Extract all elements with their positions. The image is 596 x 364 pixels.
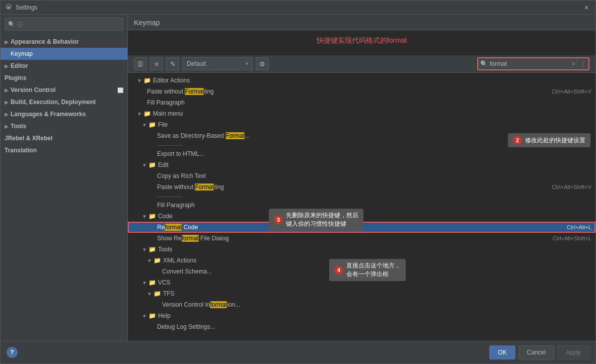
content-area: 🔍 ▶ Appearance & Behavior Keymap ▶ Edito… [1,15,595,341]
keymap-dropdown[interactable]: Default [182,57,253,70]
sidebar-item-label: Editor [11,62,28,69]
sidebar-item-appearance[interactable]: ▶ Appearance & Behavior [1,36,127,48]
keymap-search-input[interactable] [490,60,570,67]
main-title: Keymap [134,19,160,27]
tree-item-export-html[interactable]: Export to HTML... [128,148,595,159]
tree-item-vcs-info[interactable]: Version Control Information... [128,299,595,310]
tree-group-code[interactable]: ▼ 📁 Code [128,211,595,222]
collapse-icon-btn[interactable]: ≡ [150,57,163,70]
tree-group-tools[interactable]: ▼ 📁 Tools [128,244,595,255]
shortcut-label: Ctrl+Alt+L [567,224,591,230]
separator-1: -------------- [128,141,595,148]
help-button[interactable]: ? [7,347,18,358]
tree-item-label: Tools [158,246,172,253]
tree-item-copy-rich[interactable]: Copy as Rich Text [128,170,595,181]
tree-item-save-format[interactable]: Save as Directory-Based Format... [128,130,595,141]
shortcut-label: Ctrl+Alt+Shift+L [553,235,591,241]
sidebar-item-tools[interactable]: ▶ Tools [1,120,127,132]
chevron-down-icon[interactable]: ▼ [142,122,147,128]
align-icon-btn[interactable]: ☰ [134,57,147,70]
sidebar-items-list: ▶ Appearance & Behavior Keymap ▶ Editor … [1,34,127,341]
sidebar-item-jrebel[interactable]: JRebel & XRebel [1,132,127,144]
tree-group-xml-actions[interactable]: ▼ 📁 XML Actions [128,255,595,266]
sidebar-item-label: Plugins [5,74,26,81]
folder-icon: 📁 [148,213,156,220]
chevron-down-icon[interactable]: ▼ [137,111,142,117]
tree-item-convert-schema[interactable]: Convert Schema... [128,266,595,277]
edit-icon-btn[interactable]: ✎ [166,57,179,70]
chevron-right-icon: ▶ [5,63,9,69]
tree-group-edit[interactable]: ▼ 📁 Edit [128,159,595,170]
tree-item-label: Save as Directory-Based Format... [157,132,250,139]
chevron-down-icon[interactable]: ▼ [147,291,152,297]
chevron-down-icon[interactable]: ▼ [142,247,147,252]
chevron-right-icon: ▶ [5,39,9,45]
main-content: Keymap 快捷键实现代码格式的format ☰ ≡ ✎ Default ⚙ [128,15,595,341]
sidebar-item-version-control[interactable]: ▶ Version Control ⬜ [1,84,127,96]
tree-item-fill-paragraph-1[interactable]: Fill Paragraph [128,97,595,108]
tree-item-debug-log[interactable]: Debug Log Settings... [128,321,595,332]
sidebar-item-editor[interactable]: ▶ Editor [1,60,127,72]
tree-group-help[interactable]: ▼ 📁 Help [128,310,595,321]
chevron-down-icon[interactable]: ▼ [147,258,152,263]
tree-item-fill-paragraph-2[interactable]: Fill Paragraph [128,200,595,211]
settings-icon [5,4,13,12]
folder-icon: 📁 [143,77,151,84]
sidebar-item-build[interactable]: ▶ Build, Execution, Deployment [1,96,127,108]
tree-item-label: Copy as Rich Text [157,172,206,179]
main-wrapper: 快捷键实现代码格式的format ☰ ≡ ✎ Default ⚙ 🔍 ✕ [128,30,595,341]
folder-icon: 📁 [148,161,156,168]
settings-gear-btn[interactable]: ⚙ [256,57,269,70]
chevron-down-icon[interactable]: ▼ [142,313,147,319]
sidebar-item-label: Appearance & Behavior [11,38,79,45]
sidebar-item-keymap[interactable]: Keymap [1,48,127,60]
shortcut-label: Ctrl+Alt+Shift+V [552,184,591,190]
tree-item-show-reformat[interactable]: Show Reformat File Dialog Ctrl+Alt+Shift… [128,233,595,244]
chevron-down-icon[interactable]: ▼ [142,214,147,219]
folder-icon: 📁 [154,290,161,297]
window-title: Settings [16,4,581,11]
settings-window: Settings × 🔍 ▶ Appearance & Behavior Key… [0,0,596,364]
help-label: ? [10,349,14,356]
folder-icon: 📁 [148,279,156,286]
shortcut-label: Ctrl+Alt+Shift+V [552,88,591,95]
folder-icon: 📁 [148,312,156,319]
annotation-title: 快捷键实现代码格式的format [317,36,407,45]
sidebar-item-plugins[interactable]: Plugins [1,72,127,84]
keymap-tree[interactable]: ▼ 📁 Editor Actions Paste without Formatt… [128,73,595,341]
cancel-button[interactable]: Cancel [518,345,554,359]
sidebar-item-languages[interactable]: ▶ Languages & Frameworks [1,108,127,120]
tree-item-label: Paste without Formatting [147,88,214,95]
chevron-down-icon[interactable]: ▼ [137,78,142,83]
tree-item-label: Code [158,213,173,220]
tree-group-tfs[interactable]: ▼ 📁 TFS [128,288,595,299]
chevron-right-icon: ▶ [5,87,9,93]
chevron-down-icon[interactable]: ▼ [142,280,147,286]
tree-group-vcs[interactable]: ▼ 📁 VCS [128,277,595,288]
search-options-icon[interactable]: ⋮ [577,60,586,68]
sidebar-item-translation[interactable]: Translation [1,144,127,156]
clear-search-icon[interactable]: ✕ [571,61,576,67]
sidebar: 🔍 ▶ Appearance & Behavior Keymap ▶ Edito… [1,15,128,341]
apply-button[interactable]: Apply [557,345,589,359]
keymap-search-field[interactable]: 🔍 ✕ ⋮ [477,57,589,70]
tree-item-label: VCS [158,279,171,286]
tree-group-editor-actions[interactable]: ▼ 📁 Editor Actions [128,75,595,86]
tree-item-paste-no-format-2[interactable]: Paste without Formatting Ctrl+Alt+Shift+… [128,181,595,193]
folder-icon: 📁 [143,110,151,117]
tree-group-main-menu[interactable]: ▼ 📁 Main menu [128,108,595,119]
tree-item-reformat-code[interactable]: Reformat Code Ctrl+Alt+L [128,222,595,233]
chevron-down-icon[interactable]: ▼ [142,162,147,168]
tree-group-file[interactable]: ▼ 📁 File [128,119,595,130]
ok-button[interactable]: OK [489,345,515,359]
sidebar-search-box[interactable]: 🔍 [5,18,123,31]
separator-2: -------------- [128,193,595,200]
keymap-toolbar: ☰ ≡ ✎ Default ⚙ 🔍 ✕ ⋮ [128,55,595,73]
tree-item-paste-no-format-1[interactable]: Paste without Formatting Ctrl+Alt+Shift+… [128,86,595,97]
chevron-right-icon: ▶ [5,124,9,129]
folder-icon: 📁 [148,121,156,128]
sidebar-search-input[interactable] [17,21,120,28]
tree-item-label: Reformat Code [157,224,198,231]
tree-item-label: Fill Paragraph [157,202,195,209]
close-button[interactable]: × [581,3,591,13]
